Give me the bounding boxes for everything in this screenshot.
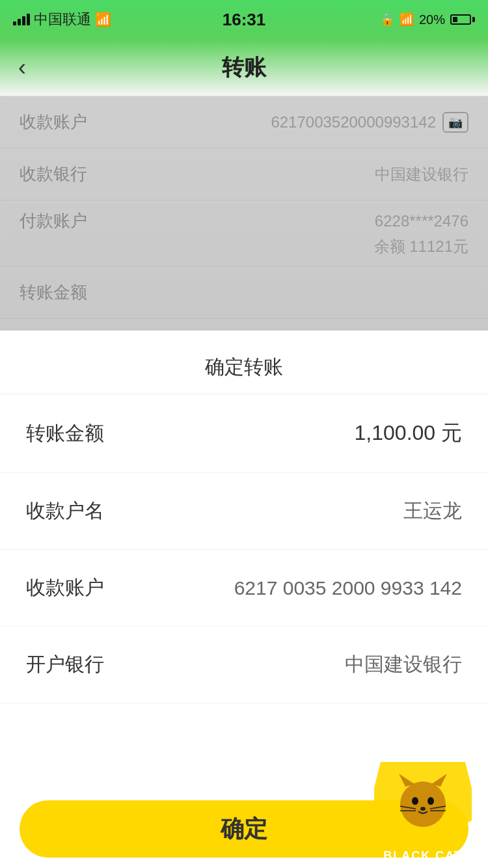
confirm-section: 确定转账 转账金额 1,100.00 元 收款户名 王运龙 收款账户 6217 … <box>0 331 488 807</box>
wifi-icon: 📶 <box>95 12 111 27</box>
payee-name-value: 王运龙 <box>403 498 462 524</box>
sender-account-label: 付款账户 <box>20 210 87 232</box>
svg-point-0 <box>400 781 446 827</box>
amount-label: 转账金额 <box>26 420 104 447</box>
transfer-amount-row-blurred: 转账金额 <box>0 267 488 319</box>
svg-point-5 <box>420 807 426 811</box>
status-right: 🔒 📶 20% <box>380 12 475 27</box>
page-title: 转账 <box>222 53 266 83</box>
nav-bar: ‹ 转账 <box>0 39 488 96</box>
battery-icon <box>450 14 475 25</box>
recipient-bank-row: 收款银行 中国建设银行 <box>0 148 488 200</box>
carrier-label: 中国联通 <box>34 10 91 29</box>
svg-point-4 <box>427 797 434 805</box>
bank-value: 中国建设银行 <box>345 651 462 678</box>
transfer-amount-label-blurred: 转账金额 <box>20 281 87 304</box>
camera-icon[interactable]: 📷 <box>442 112 468 133</box>
bank-label: 开户银行 <box>26 651 104 678</box>
form-blurred-section: 收款账户 6217003520000993142 📷 收款银行 中国建设银行 付… <box>0 96 488 331</box>
blackcat-shield-svg <box>374 762 472 847</box>
signal-icon <box>13 14 30 25</box>
amount-row: 转账金额 1,100.00 元 <box>0 394 488 473</box>
recipient-account-value: 6217003520000993142 📷 <box>271 112 468 133</box>
payee-account-value: 6217 0035 2000 9933 142 <box>234 577 462 599</box>
recipient-bank-label: 收款银行 <box>20 163 87 185</box>
recipient-bank-value: 中国建设银行 <box>375 164 468 185</box>
payee-account-row: 收款账户 6217 0035 2000 9933 142 <box>0 550 488 627</box>
status-bar: 中国联通 📶 16:31 🔒 📶 20% <box>0 0 488 39</box>
lock-icon: 🔒 <box>380 12 394 27</box>
sender-account-row: 付款账户 6228****2476 余额 11121元 <box>0 200 488 267</box>
svg-point-3 <box>412 797 418 805</box>
blackcat-label: BLACK CAT <box>383 849 463 863</box>
bank-row: 开户银行 中国建设银行 <box>0 627 488 703</box>
payee-name-row: 收款户名 王运龙 <box>0 473 488 550</box>
bluetooth-icon: 📶 <box>400 12 414 27</box>
recipient-account-row: 收款账户 6217003520000993142 📷 <box>0 96 488 148</box>
confirm-title: 确定转账 <box>0 331 488 394</box>
battery-label: 20% <box>419 12 445 27</box>
payee-account-label: 收款账户 <box>26 575 104 601</box>
sender-balance: 余额 11121元 <box>374 236 468 257</box>
blackcat-watermark: BLACK CAT <box>358 764 488 868</box>
sender-account-value: 6228****2476 <box>375 210 468 232</box>
amount-value: 1,100.00 元 <box>355 419 462 448</box>
status-left: 中国联通 📶 <box>13 10 111 29</box>
recipient-account-label: 收款账户 <box>20 111 87 133</box>
payee-name-label: 收款户名 <box>26 498 104 524</box>
status-time: 16:31 <box>223 10 266 30</box>
back-button[interactable]: ‹ <box>18 54 26 81</box>
